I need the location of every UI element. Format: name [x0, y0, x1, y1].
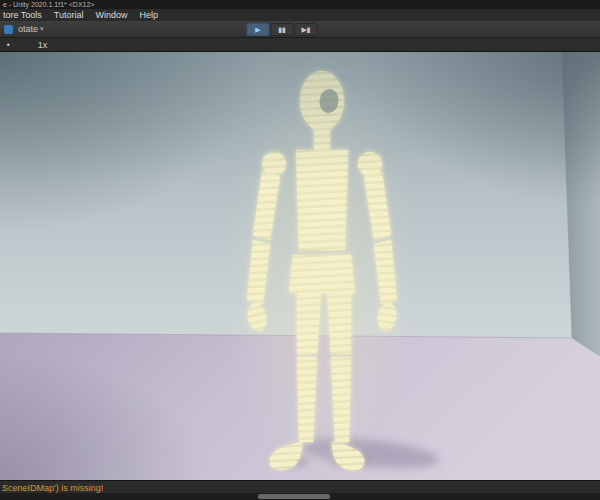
- status-bar: SceneIDMap') is missing!: [0, 480, 600, 500]
- scene-render: [0, 52, 600, 480]
- unity-editor-window: e - Unity 2020.1.1f1* <DX12> tore Tools …: [0, 0, 600, 500]
- display-icon[interactable]: ▪: [7, 40, 10, 49]
- pause-icon: ▮▮: [278, 26, 286, 33]
- game-view[interactable]: [0, 52, 600, 480]
- active-tool-icon[interactable]: [4, 25, 13, 34]
- menu-bar: tore Tools Tutorial Window Help: [0, 9, 600, 21]
- menu-item-store-tools[interactable]: tore Tools: [3, 10, 42, 20]
- step-button[interactable]: ▶▮: [295, 23, 318, 36]
- menu-item-help[interactable]: Help: [140, 10, 159, 20]
- title-bar: e - Unity 2020.1.1f1* <DX12>: [0, 0, 600, 9]
- play-button[interactable]: ▶: [247, 23, 270, 36]
- game-view-toolbar: ▪ 1x: [0, 38, 600, 52]
- step-icon: ▶▮: [301, 26, 310, 33]
- window-title: e - Unity 2020.1.1f1* <DX12>: [3, 1, 94, 8]
- play-controls: ▶ ▮▮ ▶▮: [247, 23, 318, 36]
- rotate-tool-button[interactable]: otate: [18, 24, 38, 34]
- menu-item-tutorial[interactable]: Tutorial: [54, 10, 84, 20]
- pause-button[interactable]: ▮▮: [271, 23, 294, 36]
- chevron-down-icon[interactable]: ▾: [40, 25, 44, 33]
- horizontal-scrollbar[interactable]: [0, 493, 600, 500]
- scrollbar-thumb[interactable]: [258, 494, 330, 499]
- menu-item-window[interactable]: Window: [96, 10, 128, 20]
- scale-indicator[interactable]: 1x: [38, 40, 48, 50]
- main-toolbar: otate ▾ ▶ ▮▮ ▶▮: [0, 21, 600, 38]
- status-message[interactable]: SceneIDMap') is missing!: [2, 483, 103, 493]
- play-icon: ▶: [255, 26, 260, 33]
